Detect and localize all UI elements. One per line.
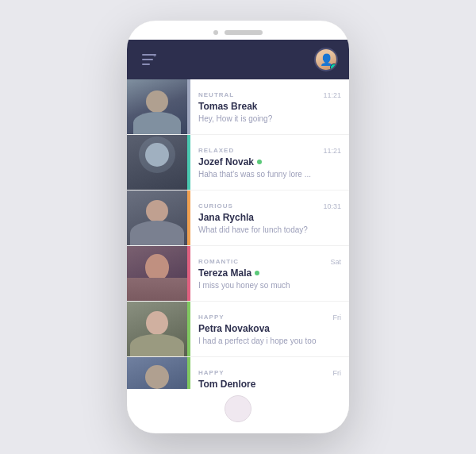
online-indicator	[257, 160, 262, 164]
message-preview: Haha that's was so funny lore ...	[198, 170, 341, 179]
chat-item[interactable]: NEUTRAL 11:21 Tomas Break Hey, How it is…	[127, 79, 349, 135]
chat-list: NEUTRAL 11:21 Tomas Break Hey, How it is…	[127, 79, 349, 389]
contact-avatar	[127, 302, 187, 356]
contact-name: Jana Rychla	[198, 212, 254, 223]
phone-top-bar	[127, 21, 349, 40]
mood-label: ROMANTIC	[198, 258, 239, 265]
timestamp: 10:31	[323, 202, 341, 210]
timestamp: 11:21	[323, 147, 341, 155]
contact-name: Petra Novakova	[198, 323, 270, 334]
name-row: Jozef Novak	[198, 156, 341, 167]
chat-item[interactable]: HAPPY Fri Petra Novakova I had a perfect…	[127, 302, 349, 357]
avatar-face: 👤	[316, 49, 336, 70]
svg-rect-1	[142, 59, 153, 60]
chat-meta: CURIOUS 10:31	[198, 202, 341, 210]
chat-meta: HAPPY Fri	[198, 314, 341, 321]
contact-name: Tereza Mala	[198, 267, 251, 279]
timestamp: Sat	[330, 258, 341, 266]
chat-item[interactable]: ROMANTIC Sat Tereza Mala I miss you hone…	[127, 246, 349, 302]
phone-screen: 👤 NEUTRAL 11:21 Tomas Break Hey, How it …	[127, 40, 349, 389]
speaker-bar	[225, 30, 263, 35]
svg-rect-2	[142, 63, 150, 65]
contact-avatar	[127, 79, 187, 134]
menu-icon[interactable]	[138, 48, 160, 71]
contact-name: Jozef Novak	[198, 156, 254, 167]
chat-meta: ROMANTIC Sat	[198, 258, 341, 266]
chat-item[interactable]: CURIOUS 10:31 Jana Rychla What did have …	[127, 190, 349, 246]
contact-avatar	[127, 135, 187, 190]
message-preview: I miss you honey so much	[198, 281, 341, 290]
home-button[interactable]	[225, 395, 251, 422]
chat-meta: RELAXED 11:21	[198, 147, 341, 155]
svg-point-3	[154, 55, 156, 57]
mood-label: HAPPY	[198, 314, 225, 321]
timestamp: Fri	[333, 314, 342, 321]
mood-label: HAPPY	[198, 369, 225, 376]
camera-dot	[213, 30, 218, 35]
message-preview: I had a perfect day i hope you too	[198, 337, 341, 345]
message-preview: What did have for lunch today?	[198, 225, 341, 234]
name-row: Jana Rychla	[198, 212, 341, 223]
name-row: Petra Novakova	[198, 323, 341, 334]
message-preview: Hey, How it is going?	[198, 114, 341, 123]
user-avatar[interactable]: 👤	[314, 48, 338, 71]
mood-label: CURIOUS	[198, 202, 233, 210]
chat-content: CURIOUS 10:31 Jana Rychla What did have …	[190, 190, 349, 245]
online-indicator	[255, 271, 259, 275]
phone-bottom	[127, 389, 349, 433]
timestamp: Fri	[333, 369, 342, 377]
timestamp: 11:21	[323, 91, 341, 99]
contact-name: Tom Denlore	[198, 379, 255, 390]
contact-avatar	[127, 246, 187, 301]
mood-label: NEUTRAL	[198, 91, 234, 98]
app-header: 👤	[127, 40, 349, 79]
chat-meta: NEUTRAL 11:21	[198, 91, 341, 99]
chat-content: NEUTRAL 11:21 Tomas Break Hey, How it is…	[190, 79, 349, 134]
name-row: Tomas Break	[198, 101, 341, 112]
chat-content: HAPPY Fri Tom Denlore I had a perfect da…	[190, 357, 349, 389]
contact-name: Tomas Break	[198, 101, 257, 112]
chat-item[interactable]: RELAXED 11:21 Jozef Novak Haha that's wa…	[127, 135, 349, 190]
mood-label: RELAXED	[198, 147, 234, 154]
chat-meta: HAPPY Fri	[198, 369, 341, 377]
chat-content: HAPPY Fri Petra Novakova I had a perfect…	[190, 302, 349, 356]
name-row: Tom Denlore	[198, 379, 341, 390]
chat-item[interactable]: HAPPY Fri Tom Denlore I had a perfect da…	[127, 357, 349, 389]
chat-content: RELAXED 11:21 Jozef Novak Haha that's wa…	[190, 135, 349, 190]
contact-avatar	[127, 190, 187, 245]
chat-content: ROMANTIC Sat Tereza Mala I miss you hone…	[190, 246, 349, 301]
contact-avatar	[127, 357, 187, 389]
name-row: Tereza Mala	[198, 267, 341, 279]
phone-frame: 👤 NEUTRAL 11:21 Tomas Break Hey, How it …	[127, 21, 349, 433]
